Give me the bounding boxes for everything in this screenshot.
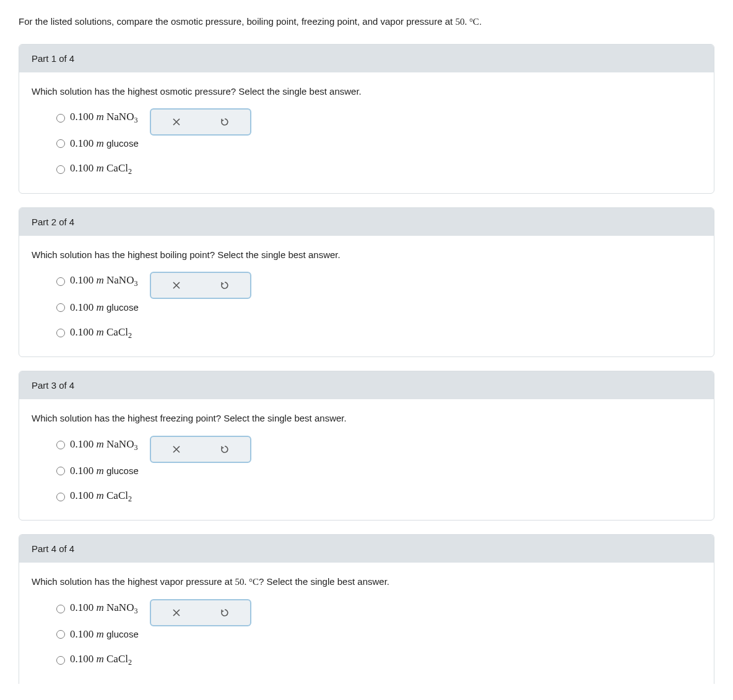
- part-1-option-3[interactable]: 0.100 m CaCl2: [56, 162, 139, 176]
- part-4-question: Which solution has the highest vapor pre…: [32, 575, 701, 589]
- close-icon: [171, 444, 181, 454]
- part-2-option-3-label: 0.100 m CaCl2: [70, 326, 132, 340]
- part-1-option-3-label: 0.100 m CaCl2: [70, 162, 132, 176]
- part-1-radio-2[interactable]: [56, 139, 65, 148]
- part-4-option-2-label: 0.100 m glucose: [70, 628, 139, 641]
- reset-button[interactable]: [201, 111, 249, 133]
- part-1-header: Part 1 of 4: [19, 45, 714, 72]
- part-1-option-2-label: 0.100 m glucose: [70, 137, 139, 150]
- part-1-option-1-label: 0.100 m NaNO3: [70, 111, 137, 125]
- part-1-radio-1[interactable]: [56, 114, 65, 123]
- part-2-card: Part 2 of 4 Which solution has the highe…: [19, 207, 714, 357]
- part-4-toolbar: [150, 599, 251, 626]
- part-4-question-temp: 50. °C: [235, 577, 259, 587]
- reset-icon: [220, 280, 230, 290]
- part-2-toolbar: [150, 272, 251, 299]
- reset-button[interactable]: [201, 602, 249, 624]
- part-4-header: Part 4 of 4: [19, 535, 714, 563]
- part-4-card: Part 4 of 4 Which solution has the highe…: [19, 534, 714, 683]
- clear-button[interactable]: [152, 111, 201, 133]
- part-3-card: Part 3 of 4 Which solution has the highe…: [19, 371, 714, 521]
- part-3-radio-1[interactable]: [56, 441, 65, 449]
- close-icon: [171, 117, 181, 127]
- part-3-header: Part 3 of 4: [19, 371, 714, 399]
- part-2-header: Part 2 of 4: [19, 208, 714, 236]
- part-3-options: 0.100 m NaNO3 0.100 m glucose 0.100 m Ca…: [32, 438, 139, 504]
- part-2-radio-2[interactable]: [56, 303, 65, 312]
- part-3-body: Which solution has the highest freezing …: [19, 399, 714, 520]
- part-4-option-3-label: 0.100 m CaCl2: [70, 653, 132, 667]
- part-2-option-2[interactable]: 0.100 m glucose: [56, 301, 139, 314]
- part-2-options: 0.100 m NaNO3 0.100 m glucose 0.100 m Ca…: [32, 274, 139, 340]
- reset-button[interactable]: [201, 274, 249, 296]
- close-icon: [171, 608, 181, 618]
- part-4-option-2[interactable]: 0.100 m glucose: [56, 628, 139, 641]
- part-1-card: Part 1 of 4 Which solution has the highe…: [19, 44, 714, 194]
- part-4-options: 0.100 m NaNO3 0.100 m glucose 0.100 m Ca…: [32, 602, 139, 668]
- part-1-question: Which solution has the highest osmotic p…: [32, 85, 701, 99]
- part-2-radio-3[interactable]: [56, 329, 65, 337]
- part-4-radio-2[interactable]: [56, 630, 65, 639]
- part-3-radio-2[interactable]: [56, 467, 65, 475]
- part-1-option-1[interactable]: 0.100 m NaNO3: [56, 111, 139, 125]
- part-3-options-row: 0.100 m NaNO3 0.100 m glucose 0.100 m Ca…: [32, 438, 701, 504]
- intro-prefix: For the listed solutions, compare the os…: [19, 16, 455, 27]
- part-3-option-1[interactable]: 0.100 m NaNO3: [56, 438, 139, 452]
- part-3-option-3[interactable]: 0.100 m CaCl2: [56, 490, 139, 504]
- intro-suffix: .: [479, 16, 482, 27]
- part-4-options-row: 0.100 m NaNO3 0.100 m glucose 0.100 m Ca…: [32, 602, 701, 668]
- part-4-body: Which solution has the highest vapor pre…: [19, 563, 714, 683]
- part-2-option-3[interactable]: 0.100 m CaCl2: [56, 326, 139, 340]
- part-3-option-2-label: 0.100 m glucose: [70, 465, 139, 477]
- part-1-body: Which solution has the highest osmotic p…: [19, 72, 714, 193]
- part-3-option-2[interactable]: 0.100 m glucose: [56, 465, 139, 477]
- reset-icon: [220, 608, 230, 618]
- part-1-option-2[interactable]: 0.100 m glucose: [56, 137, 139, 150]
- part-3-toolbar: [150, 436, 251, 463]
- clear-button[interactable]: [152, 274, 201, 296]
- close-icon: [171, 280, 181, 290]
- part-1-toolbar: [150, 108, 251, 136]
- part-2-option-1-label: 0.100 m NaNO3: [70, 274, 137, 288]
- part-2-body: Which solution has the highest boiling p…: [19, 236, 714, 356]
- part-4-option-1[interactable]: 0.100 m NaNO3: [56, 602, 139, 616]
- part-2-options-row: 0.100 m NaNO3 0.100 m glucose 0.100 m Ca…: [32, 274, 701, 340]
- part-3-option-3-label: 0.100 m CaCl2: [70, 490, 132, 504]
- intro-text: For the listed solutions, compare the os…: [19, 15, 714, 29]
- part-4-option-1-label: 0.100 m NaNO3: [70, 602, 137, 616]
- clear-button[interactable]: [152, 602, 201, 624]
- part-2-question: Which solution has the highest boiling p…: [32, 248, 701, 262]
- reset-icon: [220, 117, 230, 127]
- part-4-question-prefix: Which solution has the highest vapor pre…: [32, 576, 235, 587]
- part-1-options: 0.100 m NaNO3 0.100 m glucose 0.100 m Ca…: [32, 111, 139, 177]
- part-4-option-3[interactable]: 0.100 m CaCl2: [56, 653, 139, 667]
- part-2-radio-1[interactable]: [56, 277, 65, 286]
- part-4-radio-1[interactable]: [56, 605, 65, 613]
- reset-button[interactable]: [201, 438, 249, 460]
- part-3-question: Which solution has the highest freezing …: [32, 412, 701, 426]
- intro-temp: 50. °C: [455, 17, 479, 27]
- part-3-option-1-label: 0.100 m NaNO3: [70, 438, 137, 452]
- part-2-option-1[interactable]: 0.100 m NaNO3: [56, 274, 139, 288]
- part-1-options-row: 0.100 m NaNO3 0.100 m glucose 0.100 m Ca…: [32, 111, 701, 177]
- part-3-radio-3[interactable]: [56, 493, 65, 501]
- part-4-radio-3[interactable]: [56, 656, 65, 665]
- clear-button[interactable]: [152, 438, 201, 460]
- part-1-radio-3[interactable]: [56, 165, 65, 174]
- part-4-question-suffix: ? Select the single best answer.: [259, 576, 389, 587]
- reset-icon: [220, 444, 230, 454]
- part-2-option-2-label: 0.100 m glucose: [70, 301, 139, 314]
